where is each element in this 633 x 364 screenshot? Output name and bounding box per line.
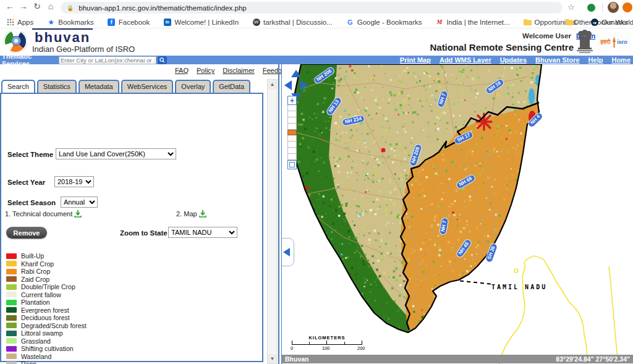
reload-icon[interactable]: ↻	[31, 1, 43, 11]
extent-icon	[289, 162, 295, 167]
bookmark-star-icon[interactable]: ☆	[567, 2, 575, 12]
bookmark-item[interactable]: GGoogle - Bookmarks	[346, 18, 422, 26]
browser-window: ← → ↻ ⌂ 🔒 bhuvan-app1.nrsc.gov.in/themat…	[0, 0, 633, 364]
bookmark-item[interactable]: fFacebook	[108, 18, 150, 26]
legend-swatch	[6, 362, 17, 364]
folder-icon	[524, 18, 532, 26]
folder-icon	[566, 19, 574, 27]
india-emblem	[575, 29, 595, 55]
state-label: TAMIL NADU	[491, 284, 547, 290]
zoom-slider-handle[interactable]	[287, 130, 297, 135]
status-brand: Bhuvan	[285, 355, 309, 363]
bookmark-item[interactable]: ★Bookmarks	[47, 18, 94, 26]
bookmarks-bar: Apps★BookmarksfFacebookinWelcome! | Link…	[0, 16, 633, 28]
panel-link-policy[interactable]: Policy	[197, 67, 215, 74]
star-icon: ★	[47, 18, 55, 26]
tab-webservices[interactable]: WebServices	[121, 80, 174, 93]
legend-swatch	[6, 323, 17, 328]
tab-overlay[interactable]: Overlay	[175, 80, 211, 93]
isro-logo: इसरो isro	[597, 32, 631, 52]
legend-item: Zaid Crop	[6, 276, 87, 283]
panel-map-divider	[278, 64, 279, 364]
scroll-up-icon[interactable]: ▲	[268, 80, 277, 89]
nav-link-help[interactable]: Help	[588, 56, 603, 64]
legend-item: Littoral swamp	[6, 329, 87, 337]
nav-link-add-wms-layer[interactable]: Add WMS Layer	[440, 56, 491, 64]
nav-link-bhuvan-store[interactable]: Bhuvan Store	[535, 56, 580, 64]
legend-item: Shifting cultivation	[6, 345, 87, 352]
zoom-in-button[interactable]: +	[287, 96, 297, 105]
panel-scrollbar[interactable]: ▲ ▼	[267, 79, 278, 364]
legend-item: Wasteland	[6, 353, 87, 360]
tab-getdata[interactable]: GetData	[213, 80, 250, 93]
download-icon	[74, 210, 82, 219]
home-icon[interactable]: ⌂	[45, 1, 57, 11]
apps-icon	[6, 18, 14, 26]
legend-swatch	[6, 292, 17, 297]
other-bookmarks[interactable]: Other bookmarks	[558, 16, 628, 28]
avatar[interactable]	[608, 2, 619, 13]
org-name: National Remote Sensing Centre	[430, 42, 574, 53]
map-viewport[interactable]: TAMIL NADU + KILOMETERS 0	[282, 64, 633, 364]
panel-link-disclaimer[interactable]: Disclaimer	[223, 67, 254, 74]
bookmark-item[interactable]: Apps	[6, 18, 33, 26]
season-select[interactable]: Annual	[61, 197, 98, 208]
update-icon[interactable]	[622, 2, 632, 12]
panel-link-faq[interactable]: FAQ	[175, 67, 189, 74]
status-coordinates: 83°29'24.84" 27°50'2.34"	[556, 355, 630, 363]
legend-swatch	[6, 253, 17, 259]
padlock-icon: 🔒	[67, 5, 74, 11]
brand-title: bhuvan	[32, 28, 93, 46]
legend-swatch	[6, 284, 17, 290]
remove-button[interactable]: Remove	[6, 227, 47, 239]
maritime-boundary	[499, 256, 618, 364]
zoom-to-state-label: Zoom to State	[120, 229, 168, 237]
technical-document-link[interactable]: 1. Technical document	[5, 210, 82, 219]
legend-item: Current fallow	[6, 291, 87, 298]
bookmark-item[interactable]: MIndia | the Internet...	[436, 18, 510, 26]
download-icon	[199, 210, 206, 219]
zoom-extent-button[interactable]	[287, 160, 297, 169]
legend-swatch	[6, 269, 17, 274]
url-bar[interactable]: 🔒 bhuvan-app1.nrsc.gov.in/thematic/thema…	[61, 2, 563, 14]
tab-statistics[interactable]: Statistics	[37, 80, 77, 93]
nav-link-home[interactable]: Home	[611, 56, 631, 64]
url-text[interactable]: bhuvan-app1.nrsc.gov.in/thematic/themati…	[79, 4, 246, 12]
extension-icon[interactable]	[587, 4, 595, 12]
map-download-link[interactable]: 2. Map	[176, 210, 206, 219]
navbar-links: Print MapAdd WMS LayerUpdatesBhuvan Stor…	[391, 56, 631, 64]
nav-link-updates[interactable]: Updates	[500, 56, 527, 64]
pan-left-icon[interactable]	[284, 80, 292, 90]
zoom-to-state-select[interactable]: TAMIL NADU	[168, 227, 237, 238]
theme-select[interactable]: Land Use Land Cover(250K)	[56, 148, 176, 159]
legend-item: Evergreen forest	[6, 307, 87, 314]
back-icon[interactable]: ←	[4, 1, 16, 11]
bookmark-item[interactable]: Wtarksthal | Discussio...	[252, 18, 333, 26]
search-icon	[159, 57, 165, 63]
year-label: Select Year	[7, 179, 45, 186]
zoom-slider[interactable]: +	[287, 96, 298, 169]
legend-swatch	[6, 300, 17, 305]
legend-item: Grassland	[6, 337, 87, 345]
search-button[interactable]	[158, 56, 167, 64]
bookmark-item[interactable]: inWelcome! | LinkedIn	[163, 18, 239, 26]
facebook-icon: f	[108, 18, 116, 26]
tab-search[interactable]: Search	[1, 80, 35, 93]
legend-item: Double/Triple Crop	[6, 283, 87, 290]
globe-icon	[11, 36, 21, 46]
year-select[interactable]: 2018-19	[54, 176, 94, 187]
bookmarks-list: Apps★BookmarksfFacebookinWelcome! | Link…	[6, 18, 633, 26]
city-search-input[interactable]	[59, 56, 156, 64]
forward-icon[interactable]: →	[17, 1, 30, 11]
pan-up-icon[interactable]	[291, 70, 301, 77]
tab-metadata[interactable]: Metadata	[79, 80, 119, 93]
scale-bar: KILOMETERS 0 100 200	[292, 335, 372, 351]
legend-swatch	[6, 307, 17, 313]
legend-item: Rann	[6, 360, 87, 364]
nav-link-print-map[interactable]: Print Map	[400, 56, 431, 64]
linkedin-icon: in	[163, 18, 171, 26]
pan-right-icon[interactable]	[300, 80, 308, 90]
theme-label: Select Theme	[7, 151, 53, 158]
collapse-panel-button[interactable]	[282, 238, 294, 266]
scroll-down-icon[interactable]: ▼	[268, 354, 277, 363]
